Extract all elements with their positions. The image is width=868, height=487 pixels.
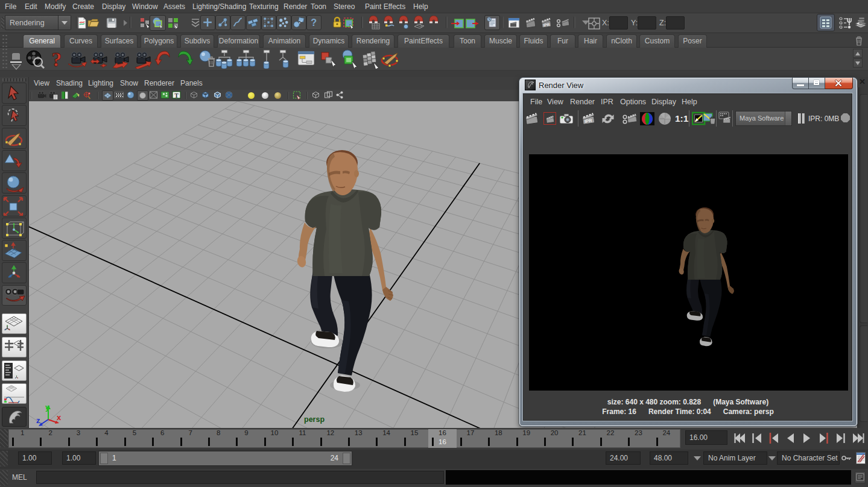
svg-text:x: x: [57, 413, 62, 422]
svg-text:z: z: [36, 416, 40, 425]
svg-text:IPR: IPR: [584, 118, 593, 124]
svg-text:y: y: [45, 403, 50, 412]
svg-text:?: ?: [52, 49, 62, 69]
svg-text:persp: persp: [304, 415, 325, 424]
svg-text:?: ?: [311, 17, 317, 28]
svg-text:T: T: [174, 92, 179, 99]
